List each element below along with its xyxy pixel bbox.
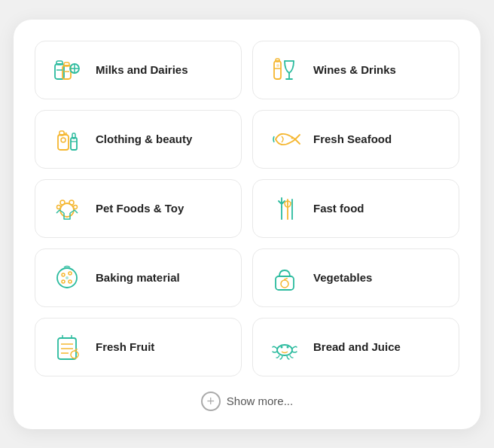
svg-point-13 [276, 64, 279, 67]
svg-point-17 [61, 138, 66, 142]
svg-point-26 [74, 205, 78, 209]
svg-point-24 [69, 200, 74, 205]
category-item-fresh-fruit[interactable]: Fresh Fruit [35, 318, 242, 376]
show-more-label: Show more... [227, 395, 293, 407]
svg-rect-9 [274, 61, 281, 79]
svg-point-31 [69, 272, 72, 275]
fresh-fruit-icon [49, 329, 85, 365]
fresh-seafood-label: Fresh Seafood [313, 133, 392, 145]
svg-rect-10 [276, 59, 279, 62]
vegetables-label: Vegetables [313, 271, 372, 284]
category-item-fresh-seafood[interactable]: Fresh Seafood [252, 110, 459, 169]
svg-rect-3 [64, 62, 69, 66]
svg-point-44 [71, 351, 78, 358]
wines-drinks-icon [267, 52, 303, 88]
category-item-clothing-beauty[interactable]: Clothing & beauty [35, 110, 242, 169]
svg-point-47 [287, 346, 289, 348]
pet-foods-toy-label: Pet Foods & Toy [96, 202, 184, 215]
svg-point-45 [277, 345, 292, 355]
fast-food-label: Fast food [313, 202, 364, 215]
milks-dairies-icon [49, 52, 85, 88]
category-item-bread-juice[interactable]: Bread and Juice [252, 318, 459, 376]
svg-point-36 [281, 280, 288, 288]
milks-dairies-label: Milks and Dairies [96, 63, 188, 76]
clothing-beauty-label: Clothing & beauty [96, 133, 192, 145]
bread-juice-icon [267, 329, 303, 365]
category-item-vegetables[interactable]: Vegetables [252, 248, 459, 307]
fresh-seafood-icon [267, 121, 303, 157]
svg-point-21 [291, 136, 294, 139]
bread-juice-label: Bread and Juice [313, 340, 401, 353]
category-item-fast-food[interactable]: Fast food [252, 179, 459, 238]
wines-drinks-label: Wines & Drinks [313, 63, 396, 76]
svg-point-34 [66, 276, 69, 279]
svg-rect-18 [71, 138, 77, 150]
svg-point-46 [281, 346, 283, 348]
baking-material-label: Baking material [96, 271, 180, 284]
show-more-button[interactable]: + Show more... [35, 392, 459, 411]
svg-point-25 [57, 205, 61, 209]
baking-material-icon [49, 260, 85, 296]
svg-point-32 [69, 280, 72, 283]
category-card: Milks and Dairies Wines & Drinks [14, 20, 480, 429]
vegetables-icon [267, 260, 303, 296]
category-item-milks-dairies[interactable]: Milks and Dairies [35, 41, 242, 99]
svg-point-30 [62, 273, 65, 276]
fast-food-icon [267, 190, 303, 227]
category-item-baking-material[interactable]: Baking material [35, 248, 242, 307]
svg-point-33 [62, 280, 65, 283]
pet-foods-toy-icon [49, 190, 85, 227]
svg-point-23 [60, 200, 65, 205]
clothing-beauty-icon [49, 121, 85, 157]
category-grid: Milks and Dairies Wines & Drinks [35, 41, 459, 376]
category-item-wines-drinks[interactable]: Wines & Drinks [252, 41, 459, 99]
fresh-fruit-label: Fresh Fruit [96, 340, 154, 353]
svg-rect-1 [56, 61, 63, 65]
category-item-pet-foods-toy[interactable]: Pet Foods & Toy [35, 179, 242, 238]
show-more-icon: + [201, 392, 221, 411]
